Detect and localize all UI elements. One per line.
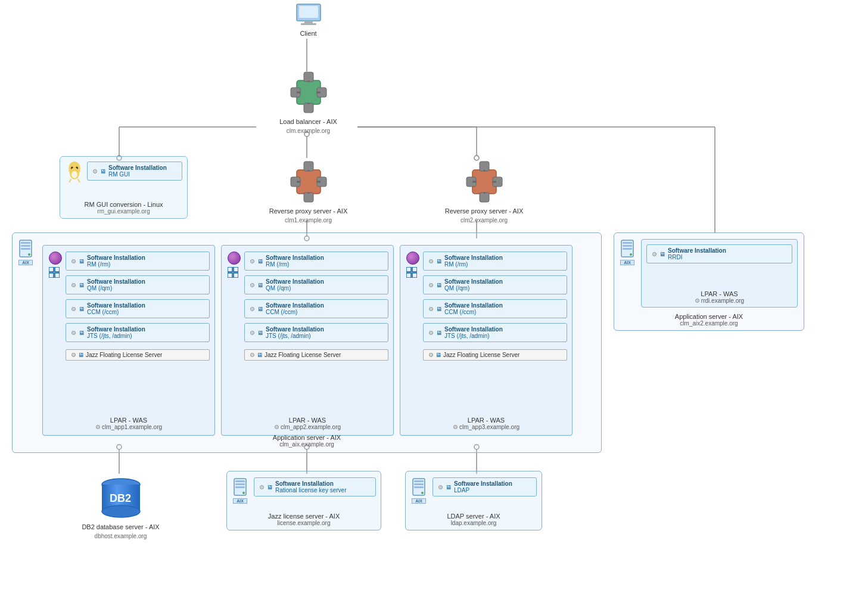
client-icon [294,3,323,28]
lpar1-jts-sw: ⚙ 🖥 Software Installation JTS (/jts, /ad… [66,323,210,342]
app-server2-label: Application server - AIX clm_aix2.exampl… [614,313,804,327]
reverse-proxy2-icon [461,158,508,206]
db2-sublabel: dbhost.example.org [95,532,147,540]
svg-rect-59 [21,242,30,244]
svg-rect-28 [304,103,313,113]
app-server-main-label: Application server - AIX clm_aix.example… [13,434,601,448]
linux-icon [66,162,83,182]
svg-rect-93 [414,486,424,488]
svg-rect-63 [49,267,54,272]
jazz-license-box: AIX ⚙ 🖥 Software Installation Rational l… [226,471,381,530]
lpar3-rm-sw: ⚙ 🖥 Software Installation RM (/rm) [423,252,567,271]
ldap-aix-badge: AIX [412,498,426,504]
svg-rect-74 [412,273,417,278]
lpar2-label: LPAR - WAS ⚙ clm_app2.example.org [222,417,393,430]
reverse-proxy1-label: Reverse proxy server - AIX [269,207,347,215]
reverse-proxy1-sublabel: clm1.example.org [285,216,332,224]
lpar2-rm-sw: ⚙ 🖥 Software Installation RM (/rm) [244,252,388,271]
app-server-main-icon [18,239,33,258]
lpar3-grid-icon [406,267,417,279]
ldap-box: AIX ⚙ 🖥 Software Installation LDAP LDAP … [405,471,542,530]
app-server2-aix-badge: AIX [620,260,634,265]
client-node: Client [286,3,331,38]
jazz-license-sw-box: ⚙ 🖥 Software Installation Rational licen… [254,477,376,496]
svg-rect-87 [235,483,245,485]
svg-point-89 [242,492,245,494]
lpar2-box: ⚙ 🖥 Software Installation RM (/rm) ⚙ 🖥 S… [221,245,394,436]
lpar3-jazz-box: ⚙ 🖥 Jazz Floating License Server [423,349,567,361]
lpar1-sublabel: ⚙ clm_app1.example.org [43,424,214,430]
lpar-rrdi-box: ⚙ 🖥 Software Installation RRDI LPAR - WA… [641,239,798,308]
ldap-server-icon [412,477,426,496]
svg-rect-71 [406,267,411,272]
lpar2-sublabel: ⚙ clm_app2.example.org [222,424,393,430]
app-server-aix-badge: AIX [18,260,33,265]
lpar1-qm-sw: ⚙ 🖥 Software Installation QM (/qm) [66,275,210,294]
lpar3-globe-icon [406,252,419,265]
rm-icon: 🖥 [100,168,106,175]
svg-line-39 [78,179,80,182]
svg-rect-66 [55,273,60,278]
load-balancer-label: Load balancer - AIX [279,117,337,126]
client-label: Client [300,29,316,38]
svg-rect-72 [412,267,417,272]
lpar2-globe-icon [228,252,241,265]
svg-rect-70 [234,273,238,278]
svg-point-83 [102,505,140,517]
rm-gui-sw-box: ⚙ 🖥 Software Installation RM GUI [87,162,182,181]
load-balancer-icon [285,69,332,116]
lpar1-jazz-box: ⚙ 🖥 Jazz Floating License Server [66,349,210,361]
lpar2-ccm-sw: ⚙ 🖥 Software Installation CCM (/ccm) [244,299,388,318]
lpar3-box: ⚙ 🖥 Software Installation RM (/rm) ⚙ 🖥 S… [400,245,573,436]
reverse-proxy2-sublabel: clm2.example.org [461,216,508,224]
svg-point-94 [421,492,424,494]
svg-rect-23 [301,23,316,25]
lpar-rrdi-sublabel: ⚙ rrdi.example.org [642,297,797,304]
lpar3-sublabel: ⚙ clm_app3.example.org [400,424,572,430]
svg-point-62 [28,253,30,256]
svg-rect-67 [228,267,232,272]
app-server2-box: AIX ⚙ 🖥 Software Installation RRDI LPAR … [614,232,804,331]
svg-rect-52 [480,162,489,171]
reverse-proxy2-node: Reverse proxy server - AIX clm2.example.… [444,158,524,224]
svg-text:DB2: DB2 [110,492,131,504]
svg-rect-60 [21,245,30,247]
svg-rect-91 [414,480,424,482]
lpar1-globe-icon [49,252,62,265]
svg-rect-86 [235,480,245,482]
svg-rect-43 [304,162,313,171]
lpar1-ccm-sw: ⚙ 🖥 Software Installation CCM (/ccm) [66,299,210,318]
svg-point-79 [630,253,632,256]
lpar1-box: ⚙ 🖥 Software Installation RM (/rm) ⚙ 🖥 S… [42,245,215,436]
lpar1-label: LPAR - WAS ⚙ clm_app1.example.org [43,417,214,430]
lpar3-qm-sw: ⚙ 🖥 Software Installation QM (/qm) [423,275,567,294]
svg-rect-53 [480,193,489,202]
svg-rect-21 [299,6,318,18]
svg-rect-64 [55,267,60,272]
svg-rect-69 [228,273,232,278]
reverse-proxy1-icon [285,158,332,206]
ldap-sw-box: ⚙ 🖥 Software Installation LDAP [433,477,537,496]
ldap-label: LDAP server - AIX ldap.example.org [406,513,542,526]
diagram-container: Client Load balancer - AIX clm.example.o… [0,0,868,599]
svg-rect-68 [234,267,238,272]
lpar-rrdi-label: LPAR - WAS ⚙ rrdi.example.org [642,290,797,304]
svg-rect-88 [235,486,245,488]
rm-gui-sw-item: RM GUI [108,171,167,178]
lpar3-jts-sw: ⚙ 🖥 Software Installation JTS (/jts, /ad… [423,323,567,342]
svg-rect-65 [49,273,54,278]
svg-rect-61 [21,248,30,250]
rm-gui-sw-title: Software Installation [108,165,167,171]
jazz-aix-badge: AIX [233,498,247,504]
lpar1-rm-sw: ⚙ 🖥 Software Installation RM (/rm) [66,252,210,271]
reverse-proxy1-node: Reverse proxy server - AIX clm1.example.… [268,158,349,224]
svg-rect-92 [414,483,424,485]
lpar2-grid-icon [228,267,238,279]
svg-line-38 [69,179,71,182]
lpar2-jazz-box: ⚙ 🖥 Jazz Floating License Server [244,349,388,361]
lpar2-qm-sw: ⚙ 🖥 Software Installation QM (/qm) [244,275,388,294]
load-balancer-node: Load balancer - AIX clm.example.org [268,69,349,135]
db2-node: DB2 DB2 database server - AIX dbhost.exa… [71,474,170,540]
app-server-main-box: AIX ⚙ 🖥 [12,232,602,453]
svg-rect-78 [623,248,632,250]
